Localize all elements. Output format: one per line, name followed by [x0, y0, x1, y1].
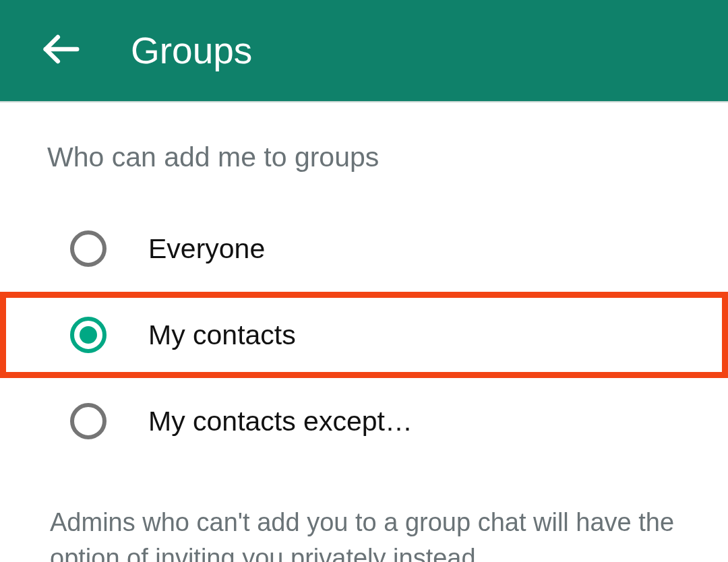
radio-icon: [70, 230, 107, 267]
option-label: Everyone: [148, 233, 265, 265]
option-label: My contacts: [148, 319, 296, 351]
option-my-contacts[interactable]: My contacts: [0, 292, 728, 378]
page-title: Groups: [131, 29, 252, 72]
app-header: Groups: [0, 0, 728, 102]
option-label: My contacts except…: [148, 406, 413, 437]
back-button[interactable]: [40, 28, 82, 73]
description-text: Admins who can't add you to a group chat…: [47, 505, 688, 562]
option-everyone[interactable]: Everyone: [47, 206, 688, 292]
content-area: Who can add me to groups Everyone My con…: [0, 102, 728, 562]
section-title: Who can add me to groups: [47, 142, 688, 173]
options-list: Everyone My contacts My contacts except…: [47, 206, 688, 464]
radio-icon: [70, 403, 107, 439]
arrow-left-icon: [40, 28, 82, 73]
option-my-contacts-except[interactable]: My contacts except…: [47, 378, 688, 464]
radio-icon: [70, 317, 107, 353]
